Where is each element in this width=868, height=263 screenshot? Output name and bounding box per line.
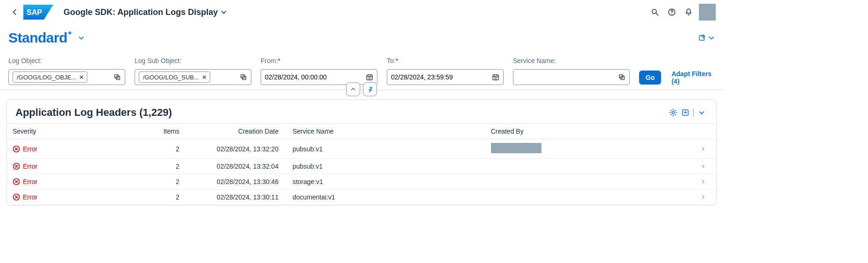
divider <box>693 108 694 117</box>
filter-token[interactable]: /GOOG/LOG_SUB... ✕ <box>139 71 210 83</box>
value-help-button[interactable] <box>114 73 121 81</box>
filter-collapse-bar <box>0 90 723 90</box>
severity-text: Error <box>23 145 37 153</box>
go-button[interactable]: Go <box>639 71 661 85</box>
created-by-cell <box>485 190 695 205</box>
column-items[interactable]: Items <box>129 124 188 139</box>
search-button[interactable] <box>647 4 663 21</box>
date-cell: 02/28/2024, 13:32:04 <box>188 159 287 174</box>
table-settings-button[interactable] <box>667 107 679 119</box>
log-object-input[interactable]: /GOOG/LOG_OBJE... ✕ <box>8 69 125 85</box>
chevron-down-icon <box>221 9 227 15</box>
token-remove-icon[interactable]: ✕ <box>79 74 84 81</box>
variant-name: Standard* <box>8 30 71 46</box>
severity-text: Error <box>23 193 37 201</box>
service-name-input[interactable] <box>513 69 630 85</box>
severity-cell: Error <box>13 145 124 153</box>
filter-label: Log Object: <box>8 57 125 64</box>
collapse-filterbar-button[interactable] <box>346 82 360 96</box>
token-text: /GOOG/LOG_SUB... <box>143 74 199 81</box>
chevron-down-icon <box>708 35 715 41</box>
to-field[interactable] <box>391 70 492 85</box>
filter-label: Log Sub Object: <box>135 57 251 64</box>
service-cell: storage:v1 <box>287 174 485 190</box>
items-cell: 2 <box>129 159 188 174</box>
chevron-down-icon <box>78 35 85 41</box>
severity-cell: Error <box>13 193 124 201</box>
svg-point-5 <box>671 14 672 14</box>
svg-point-24 <box>672 112 675 114</box>
table-row[interactable]: Error202/28/2024, 13:30:46storage:v1 <box>7 174 716 190</box>
filter-label: Service Name: <box>513 57 630 64</box>
date-picker-button[interactable] <box>366 73 373 81</box>
row-nav-button[interactable] <box>701 195 711 199</box>
chevron-up-icon <box>350 86 356 92</box>
token-remove-icon[interactable]: ✕ <box>202 74 207 81</box>
token-text: /GOOG/LOG_OBJE... <box>17 74 76 81</box>
table-export-dropdown[interactable] <box>696 107 708 119</box>
redacted-value <box>491 143 541 153</box>
variant-dropdown[interactable] <box>78 35 85 41</box>
filter-token[interactable]: /GOOG/LOG_OBJE... ✕ <box>13 71 87 83</box>
pin-filterbar-button[interactable] <box>363 82 377 96</box>
date-picker-button[interactable] <box>492 73 499 81</box>
table-header: Application Log Headers (1,229) <box>7 100 716 123</box>
table-row[interactable]: Error202/28/2024, 13:32:20pubsub:v1 <box>7 139 716 159</box>
created-by-cell <box>485 139 695 159</box>
column-created-by[interactable]: Created By <box>485 124 695 139</box>
app-title: Google SDK: Application Logs Display <box>64 7 218 17</box>
service-cell: pubsub:v1 <box>287 159 485 174</box>
date-cell: 02/28/2024, 13:30:46 <box>188 174 287 190</box>
export-icon <box>681 108 690 117</box>
value-help-button[interactable] <box>618 73 626 81</box>
error-icon <box>13 163 20 170</box>
calendar-icon <box>366 73 373 81</box>
notifications-button[interactable] <box>680 4 697 21</box>
service-name-field[interactable] <box>517 70 618 85</box>
date-cell: 02/28/2024, 13:32:20 <box>188 139 287 159</box>
value-help-icon <box>114 73 121 81</box>
value-help-icon <box>618 73 626 81</box>
pin-icon <box>367 86 373 92</box>
svg-point-21 <box>495 77 497 79</box>
app-title-dropdown[interactable]: Google SDK: Application Logs Display <box>64 7 227 17</box>
to-input[interactable] <box>387 69 504 85</box>
error-icon <box>13 193 20 201</box>
column-service-name[interactable]: Service Name <box>287 124 485 139</box>
table-row[interactable]: Error202/28/2024, 13:32:04pubsub:v1 <box>7 159 716 174</box>
avatar[interactable] <box>699 4 716 21</box>
bell-icon <box>684 8 693 16</box>
row-nav-button[interactable] <box>701 147 711 151</box>
row-nav-button[interactable] <box>701 179 711 184</box>
chevron-down-icon <box>698 109 705 116</box>
log-sub-object-input[interactable]: /GOOG/LOG_SUB... ✕ <box>135 69 251 85</box>
created-by-cell <box>485 174 695 190</box>
filter-bar: Log Object: /GOOG/LOG_OBJE... ✕ Log Sub … <box>0 48 723 90</box>
help-button[interactable] <box>663 4 680 21</box>
items-cell: 2 <box>129 190 188 205</box>
share-dropdown[interactable] <box>708 35 715 41</box>
share-icon <box>698 34 706 42</box>
items-cell: 2 <box>129 174 188 190</box>
shell-bar: SAP Google SDK: Application Logs Display <box>0 0 723 24</box>
from-input[interactable] <box>261 69 377 85</box>
service-cell: documentai:v1 <box>287 190 485 205</box>
date-cell: 02/28/2024, 13:30:11 <box>188 190 287 205</box>
filter-log-object: Log Object: /GOOG/LOG_OBJE... ✕ <box>8 57 125 85</box>
sap-logo: SAP <box>23 5 53 20</box>
row-nav-button[interactable] <box>701 164 711 169</box>
table-export-button[interactable] <box>679 107 691 119</box>
column-creation-date[interactable]: Creation Date <box>188 124 287 139</box>
severity-cell: Error <box>13 178 124 185</box>
calendar-icon <box>492 73 499 81</box>
modified-indicator: * <box>68 30 71 39</box>
back-button[interactable] <box>7 5 22 20</box>
search-icon <box>651 8 659 16</box>
share-button[interactable] <box>698 34 706 42</box>
filter-to: To:* <box>387 57 504 85</box>
table-row[interactable]: Error202/28/2024, 13:30:11documentai:v1 <box>7 190 716 205</box>
value-help-button[interactable] <box>240 73 247 81</box>
column-severity[interactable]: Severity <box>7 124 129 139</box>
adapt-filters-link[interactable]: Adapt Filters (4) <box>669 70 715 85</box>
log-table: Severity Items Creation Date Service Nam… <box>7 123 716 205</box>
